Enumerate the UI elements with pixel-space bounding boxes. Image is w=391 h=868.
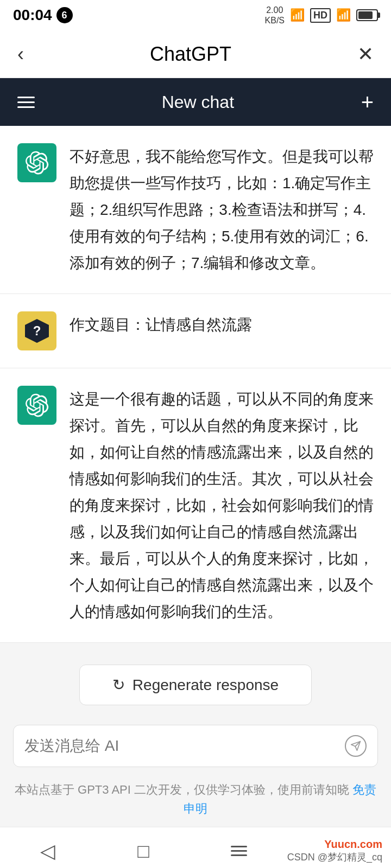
assistant-avatar-2 <box>17 386 56 425</box>
top-nav: ‹ ChatGPT ✕ <box>0 30 391 78</box>
brand-area: Yuucn.com CSDN @梦幻精灵_cq <box>287 838 391 864</box>
brand-sub: CSDN @梦幻精灵_cq <box>287 851 382 864</box>
status-time: 00:04 <box>13 7 52 24</box>
regenerate-area: ↻ Regenerate response <box>0 643 391 716</box>
assistant-avatar <box>17 143 56 182</box>
input-box <box>13 725 378 767</box>
bottom-nav: ◁ □ Yuucn.com CSDN @梦幻精灵_cq <box>0 827 391 868</box>
message-input[interactable] <box>24 737 338 755</box>
message-text-2: 作文题目：让情感自然流露 <box>70 311 374 338</box>
input-area <box>0 716 391 776</box>
notification-badge: 6 <box>56 7 73 23</box>
message-text-1: 不好意思，我不能给您写作文。但是我可以帮助您提供一些写作技巧，比如：1.确定写作… <box>70 143 374 276</box>
back-button[interactable]: ‹ <box>17 43 24 66</box>
home-nav-icon: □ <box>137 840 149 863</box>
regenerate-label: Regenerate response <box>133 676 279 694</box>
close-button[interactable]: ✕ <box>357 43 374 66</box>
footer: 本站点基于 GPT3 API 二次开发，仅供学习体验，使用前请知晓 免责申明 <box>0 776 391 827</box>
menu-button[interactable] <box>17 97 35 108</box>
chat-area: 不好意思，我不能给您写作文。但是我可以帮助您提供一些写作技巧，比如：1.确定写作… <box>0 126 391 716</box>
menu-nav-button[interactable] <box>191 846 287 856</box>
regenerate-icon: ↻ <box>112 676 125 694</box>
back-nav-button[interactable]: ◁ <box>0 840 96 863</box>
battery-icon <box>356 9 378 21</box>
message-block-1: 不好意思，我不能给您写作文。但是我可以帮助您提供一些写作技巧，比如：1.确定写作… <box>0 126 391 294</box>
message-text-3: 这是一个很有趣的话题，可以从不同的角度来探讨。首先，可以从自然的角度来探讨，比如… <box>70 386 374 625</box>
status-bar: 00:04 6 2.00 KB/S 📶 HD 📶 <box>0 0 391 30</box>
wifi-icon: 📶 <box>290 8 305 22</box>
hd-icon: HD <box>310 8 331 23</box>
home-nav-button[interactable]: □ <box>96 840 191 863</box>
message-block-2: ? 作文题目：让情感自然流露 <box>0 294 391 368</box>
status-time-area: 00:04 6 <box>13 7 73 24</box>
hex-question-icon: ? <box>25 319 49 343</box>
signal-icon: 📶 <box>336 8 351 22</box>
send-button[interactable] <box>345 735 367 757</box>
page-title: ChatGPT <box>150 43 231 66</box>
chat-header: New chat + <box>0 78 391 126</box>
chat-title: New chat <box>162 92 234 112</box>
regenerate-button[interactable]: ↻ Regenerate response <box>79 665 312 705</box>
menu-nav-icon <box>231 846 247 856</box>
footer-text: 本站点基于 GPT3 API 二次开发，仅供学习体验，使用前请知晓 <box>15 783 349 796</box>
send-arrow-icon <box>345 735 367 757</box>
message-block-3: 这是一个很有趣的话题，可以从不同的角度来探讨。首先，可以从自然的角度来探讨，比如… <box>0 368 391 643</box>
status-icons: 2.00 KB/S 📶 HD 📶 <box>265 5 378 25</box>
brand-name: Yuucn.com <box>324 838 382 851</box>
user-avatar: ? <box>17 311 56 350</box>
back-nav-icon: ◁ <box>40 840 55 863</box>
network-speed: 2.00 KB/S <box>265 5 285 25</box>
new-chat-button[interactable]: + <box>361 90 374 114</box>
